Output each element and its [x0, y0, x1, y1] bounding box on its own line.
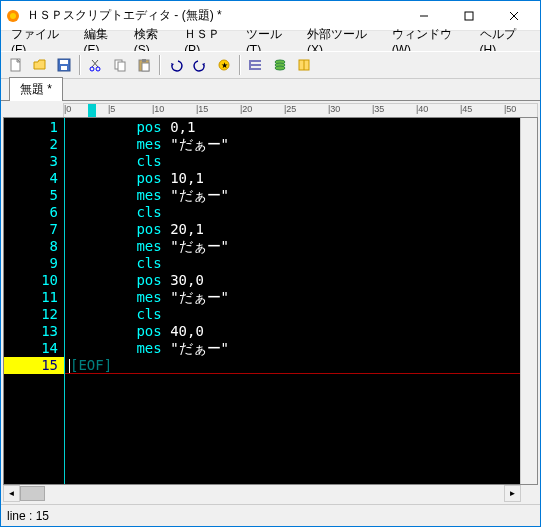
- ruler-mark: |50: [504, 104, 516, 114]
- line-number: 6: [4, 204, 64, 221]
- line-number: 12: [4, 306, 64, 323]
- code-line[interactable]: mes "だぁー": [69, 238, 520, 255]
- code-line[interactable]: mes "だぁー": [69, 340, 520, 357]
- line-number: 4: [4, 170, 64, 187]
- ruler-mark: |30: [328, 104, 340, 114]
- app-icon: [5, 8, 21, 24]
- stack-icon[interactable]: [269, 54, 291, 76]
- cut-icon[interactable]: [85, 54, 107, 76]
- line-number: 8: [4, 238, 64, 255]
- menubar: ファイル(F) 編集(E) 検索(S) ＨＳＰ(P) ツール(T) 外部ツール(…: [1, 31, 540, 51]
- ruler-mark: |10: [152, 104, 164, 114]
- code-line[interactable]: pos 40,0: [69, 323, 520, 340]
- book-icon[interactable]: [293, 54, 315, 76]
- svg-rect-15: [118, 62, 125, 71]
- code-line[interactable]: cls: [69, 153, 520, 170]
- code-line[interactable]: cls: [69, 204, 520, 221]
- ruler-mark: |20: [240, 104, 252, 114]
- open-file-icon[interactable]: [29, 54, 51, 76]
- line-number: 14: [4, 340, 64, 357]
- tab-bar: 無題 *: [1, 79, 540, 101]
- code-line[interactable]: pos 30,0: [69, 272, 520, 289]
- code-line[interactable]: pos 0,1: [69, 119, 520, 136]
- code-line[interactable]: mes "だぁー": [69, 136, 520, 153]
- svg-text:★: ★: [221, 61, 228, 70]
- ruler-mark: |25: [284, 104, 296, 114]
- separator-icon: [239, 55, 241, 75]
- toolbar: ★: [1, 51, 540, 79]
- scroll-right-icon[interactable]: ►: [504, 485, 521, 502]
- copy-icon[interactable]: [109, 54, 131, 76]
- svg-rect-8: [60, 60, 68, 64]
- run-icon[interactable]: ★: [213, 54, 235, 76]
- svg-rect-3: [465, 12, 473, 20]
- code-line[interactable]: cls: [69, 255, 520, 272]
- code-line[interactable]: mes "だぁー": [69, 187, 520, 204]
- svg-point-12: [90, 67, 94, 71]
- svg-point-26: [275, 66, 285, 70]
- scroll-thumb[interactable]: [20, 486, 45, 501]
- ruler-mark: |35: [372, 104, 384, 114]
- line-number: 2: [4, 136, 64, 153]
- undo-icon[interactable]: [165, 54, 187, 76]
- tab-document[interactable]: 無題 *: [9, 77, 63, 101]
- line-number: 15: [4, 357, 64, 374]
- editor: |0|5|10|15|20|25|30|35|40|45|50 12345678…: [1, 101, 540, 504]
- ruler-mark: |0: [64, 104, 71, 114]
- scroll-left-icon[interactable]: ◄: [3, 485, 20, 502]
- status-line: line : 15: [7, 509, 49, 523]
- separator-icon: [79, 55, 81, 75]
- line-number: 10: [4, 272, 64, 289]
- svg-point-13: [96, 67, 100, 71]
- window-title: ＨＳＰスクリプトエディタ - (無題) *: [27, 7, 401, 24]
- line-number: 1: [4, 119, 64, 136]
- ruler: |0|5|10|15|20|25|30|35|40|45|50: [63, 103, 538, 117]
- svg-point-1: [10, 13, 16, 19]
- scroll-corner: [521, 485, 538, 502]
- paste-icon[interactable]: [133, 54, 155, 76]
- line-number-gutter: 123456789101112131415: [4, 118, 64, 484]
- line-number: 11: [4, 289, 64, 306]
- vertical-scrollbar[interactable]: [520, 118, 537, 484]
- line-number: 7: [4, 221, 64, 238]
- statusbar: line : 15: [1, 504, 540, 526]
- code-line[interactable]: pos 20,1: [69, 221, 520, 238]
- save-file-icon[interactable]: [53, 54, 75, 76]
- ruler-mark: |40: [416, 104, 428, 114]
- horizontal-scrollbar[interactable]: ◄ ►: [3, 485, 521, 502]
- code-area[interactable]: pos 0,1 mes "だぁー" cls pos 10,1 mes "だぁー"…: [64, 118, 520, 484]
- code-line[interactable]: mes "だぁー": [69, 289, 520, 306]
- code-line[interactable]: cls: [69, 306, 520, 323]
- redo-icon[interactable]: [189, 54, 211, 76]
- svg-rect-9: [61, 66, 67, 70]
- ruler-mark: |45: [460, 104, 472, 114]
- separator-icon: [159, 55, 161, 75]
- code-line[interactable]: [EOF]: [69, 357, 520, 374]
- line-number: 5: [4, 187, 64, 204]
- line-number: 9: [4, 255, 64, 272]
- ruler-mark: |15: [196, 104, 208, 114]
- code-line[interactable]: pos 10,1: [69, 170, 520, 187]
- line-number: 3: [4, 153, 64, 170]
- ruler-mark: |5: [108, 104, 115, 114]
- ruler-cursor-icon: [88, 104, 96, 117]
- list-icon[interactable]: [245, 54, 267, 76]
- line-number: 13: [4, 323, 64, 340]
- svg-rect-18: [142, 63, 149, 71]
- new-file-icon[interactable]: [5, 54, 27, 76]
- svg-rect-17: [142, 59, 146, 62]
